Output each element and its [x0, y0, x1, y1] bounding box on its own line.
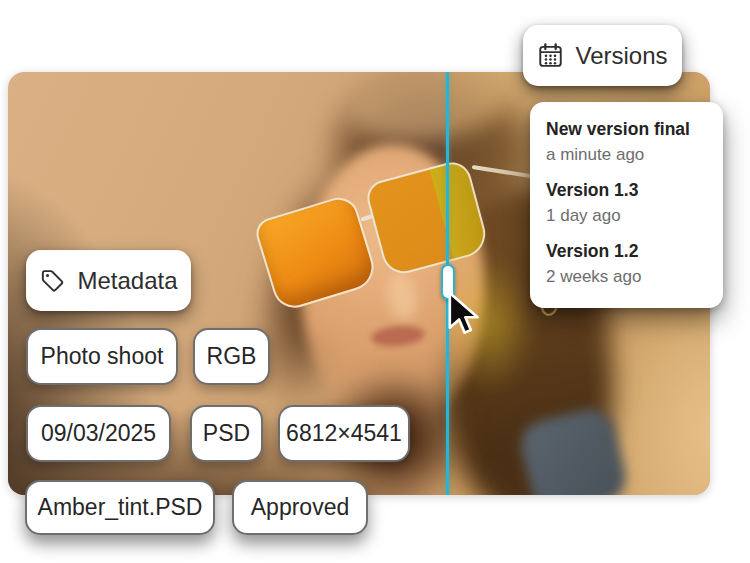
chip-label: Approved — [251, 494, 349, 521]
cursor-pointer-icon — [446, 291, 484, 337]
chip-filename[interactable]: Amber_tint.PSD — [25, 480, 215, 535]
metadata-button-label: Metadata — [77, 267, 177, 295]
version-name: New version final — [546, 117, 707, 142]
tag-icon — [39, 267, 66, 294]
chip-label: PSD — [203, 420, 250, 447]
chip-label: RGB — [207, 343, 257, 370]
metadata-button[interactable]: Metadata — [26, 250, 191, 311]
chip-approved-status[interactable]: Approved — [232, 480, 368, 535]
versions-button-label: Versions — [575, 42, 667, 70]
version-name: Version 1.2 — [546, 239, 707, 264]
versions-button[interactable]: Versions — [523, 25, 682, 86]
chip-photo-shoot[interactable]: Photo shoot — [26, 328, 178, 385]
chip-file-format[interactable]: PSD — [190, 405, 263, 462]
asset-preview-screen: Versions New version final a minute ago … — [0, 0, 750, 563]
chip-dimensions[interactable]: 6812×4541 — [278, 405, 410, 462]
chip-rgb[interactable]: RGB — [193, 328, 270, 385]
version-time: 1 day ago — [546, 203, 707, 228]
version-item[interactable]: New version final a minute ago — [546, 117, 707, 167]
version-name: Version 1.3 — [546, 178, 707, 203]
version-time: 2 weeks ago — [546, 264, 707, 289]
calendar-icon — [537, 42, 564, 69]
chip-label: Amber_tint.PSD — [38, 494, 203, 521]
version-item[interactable]: Version 1.3 1 day ago — [546, 178, 707, 228]
chip-label: Photo shoot — [41, 343, 164, 370]
chip-date[interactable]: 09/03/2025 — [26, 405, 171, 462]
version-time: a minute ago — [546, 142, 707, 167]
chip-label: 6812×4541 — [286, 420, 402, 447]
chip-label: 09/03/2025 — [41, 420, 156, 447]
version-item[interactable]: Version 1.2 2 weeks ago — [546, 239, 707, 289]
versions-panel: New version final a minute ago Version 1… — [530, 102, 723, 308]
